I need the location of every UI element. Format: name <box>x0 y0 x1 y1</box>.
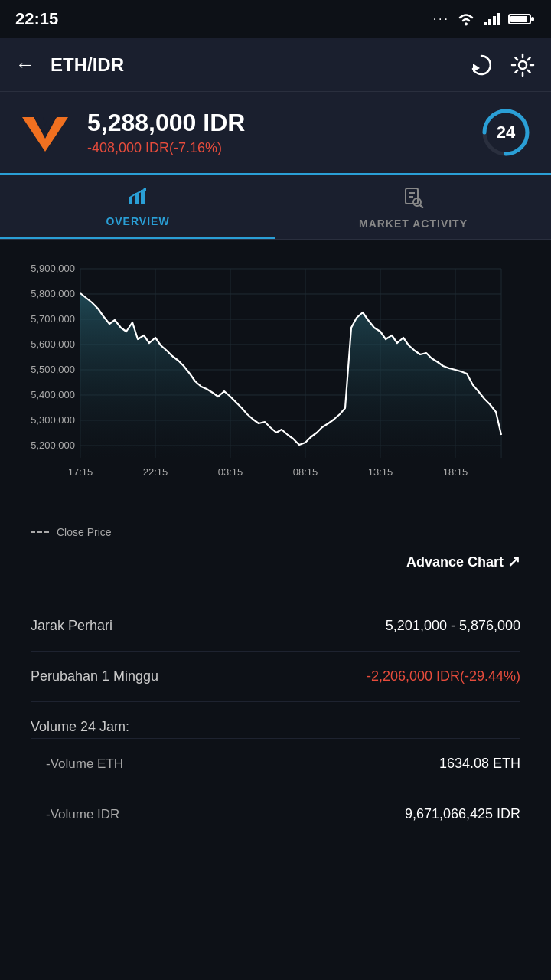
stat-label-volume: Volume 24 Jam: <box>31 719 129 735</box>
battery-icon <box>508 11 536 27</box>
chart-legend: Close Price <box>8 518 543 546</box>
timer-value: 24 <box>497 122 515 142</box>
tab-market-label: MARKET ACTIVITY <box>359 217 468 230</box>
toolbar-actions <box>468 52 536 78</box>
stat-row-vol-idr: -Volume IDR 9,671,066,425 IDR <box>31 789 520 839</box>
timer-circle: 24 <box>479 106 533 159</box>
svg-text:5,300,000: 5,300,000 <box>31 414 75 426</box>
svg-line-29 <box>420 205 422 207</box>
back-button[interactable]: ← <box>15 53 35 77</box>
stat-label-vol-idr: -Volume IDR <box>31 807 119 822</box>
wifi-icon <box>456 11 476 27</box>
svg-text:08:15: 08:15 <box>293 466 318 478</box>
advance-chart-button[interactable]: Advance Chart ↗ <box>8 546 543 586</box>
tab-overview[interactable]: OVERVIEW <box>0 175 276 239</box>
stats-section: Jarak Perhari 5,201,000 - 5,876,000 Peru… <box>0 593 551 862</box>
advance-chart-label: Advance Chart <box>406 554 504 570</box>
market-activity-icon <box>403 187 424 213</box>
svg-text:13:15: 13:15 <box>368 466 393 478</box>
advance-chart-icon: ↗ <box>507 553 520 570</box>
settings-icon[interactable] <box>510 52 536 78</box>
stat-row-vol-eth: -Volume ETH 1634.08 ETH <box>31 739 520 789</box>
stat-label-vol-eth: -Volume ETH <box>31 756 123 772</box>
tabs: OVERVIEW MARKET ACTIVITY <box>0 175 551 240</box>
signal-icon <box>482 11 502 27</box>
svg-text:5,200,000: 5,200,000 <box>31 439 75 451</box>
svg-line-15 <box>528 70 530 72</box>
stat-row-jarak: Jarak Perhari 5,201,000 - 5,876,000 <box>31 601 520 652</box>
svg-marker-8 <box>473 64 480 72</box>
toolbar: ← ETH/IDR <box>0 38 551 92</box>
chart-area: 5,900,000 5,800,000 5,700,000 5,600,000 … <box>0 240 551 593</box>
svg-text:03:15: 03:15 <box>218 466 243 478</box>
svg-rect-3 <box>493 16 496 25</box>
svg-text:5,600,000: 5,600,000 <box>31 338 75 350</box>
svg-text:5,800,000: 5,800,000 <box>31 288 75 299</box>
stat-row-volume-header: Volume 24 Jam: <box>31 702 520 739</box>
legend-label: Close Price <box>57 526 112 538</box>
stat-value-vol-idr: 9,671,066,425 IDR <box>405 806 520 822</box>
svg-line-17 <box>515 70 517 72</box>
svg-text:5,400,000: 5,400,000 <box>31 389 75 400</box>
status-time: 22:15 <box>15 9 58 29</box>
svg-line-16 <box>528 57 530 60</box>
svg-rect-4 <box>497 13 500 25</box>
svg-rect-7 <box>531 17 534 21</box>
brand-logo <box>18 109 72 155</box>
current-price: 5,288,000 IDR <box>87 109 479 137</box>
svg-text:17:15: 17:15 <box>68 466 93 478</box>
stat-label-perubahan: Perubahan 1 Minggu <box>31 668 158 684</box>
price-header: 5,288,000 IDR -408,000 IDR(-7.16%) 24 <box>0 92 551 175</box>
svg-rect-2 <box>488 19 491 25</box>
svg-text:18:15: 18:15 <box>443 466 468 478</box>
stat-value-perubahan: -2,206,000 IDR(-29.44%) <box>367 668 520 684</box>
price-chart: 5,900,000 5,800,000 5,700,000 5,600,000 … <box>8 255 543 515</box>
chart-container: 5,900,000 5,800,000 5,700,000 5,600,000 … <box>8 255 543 518</box>
svg-rect-1 <box>484 22 487 25</box>
price-change: -408,000 IDR(-7.16%) <box>87 140 479 156</box>
stat-value-jarak: 5,201,000 - 5,876,000 <box>386 618 520 634</box>
svg-point-9 <box>519 61 527 69</box>
tab-market-activity[interactable]: MARKET ACTIVITY <box>276 175 551 239</box>
svg-text:5,900,000: 5,900,000 <box>31 263 75 274</box>
svg-rect-24 <box>141 190 145 204</box>
legend-dash-icon <box>31 531 49 533</box>
price-info: 5,288,000 IDR -408,000 IDR(-7.16%) <box>87 109 479 156</box>
more-icon: ··· <box>433 12 450 26</box>
svg-line-14 <box>515 57 517 60</box>
svg-point-0 <box>465 23 468 26</box>
svg-rect-6 <box>510 16 527 22</box>
stat-row-perubahan: Perubahan 1 Minggu -2,206,000 IDR(-29.44… <box>31 652 520 702</box>
svg-text:5,500,000: 5,500,000 <box>31 364 75 375</box>
stat-value-vol-eth: 1634.08 ETH <box>439 756 520 772</box>
status-bar: 22:15 ··· <box>0 0 551 38</box>
status-icons: ··· <box>433 11 536 27</box>
svg-text:22:15: 22:15 <box>143 466 168 478</box>
svg-text:5,700,000: 5,700,000 <box>31 313 75 325</box>
refresh-icon[interactable] <box>468 52 494 78</box>
svg-marker-18 <box>22 117 68 152</box>
page-title: ETH/IDR <box>51 54 468 76</box>
tab-overview-label: OVERVIEW <box>106 215 169 227</box>
stat-label-jarak: Jarak Perhari <box>31 618 112 634</box>
overview-icon <box>127 188 148 211</box>
